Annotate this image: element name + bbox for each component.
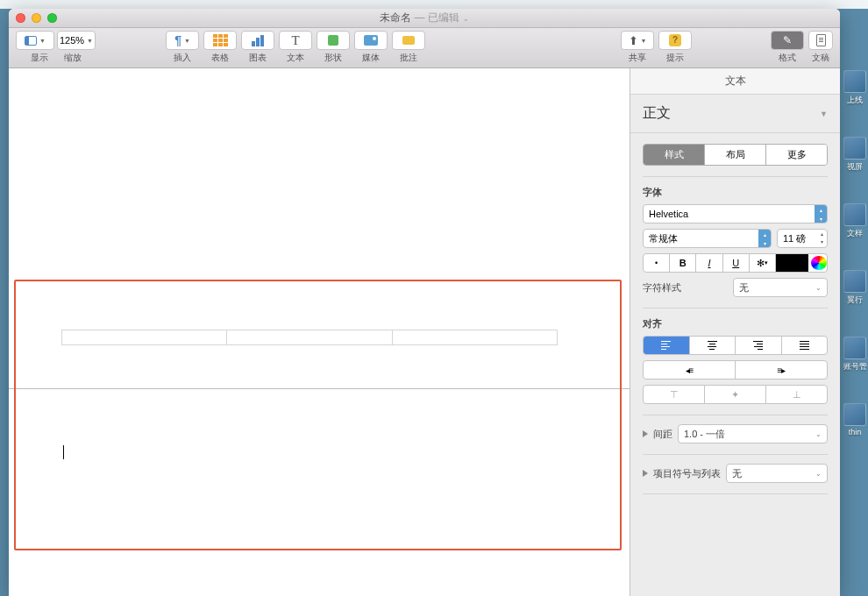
desktop-item[interactable]: thin (842, 403, 868, 436)
chart-button[interactable] (241, 31, 274, 50)
bullets-label: 项目符号与列表 (653, 467, 721, 480)
desktop-item[interactable]: 视屏 (842, 137, 868, 173)
font-weight-select[interactable]: 常规体 ▴▾ (643, 229, 772, 248)
desktop-item[interactable]: 上线 (842, 70, 868, 106)
text-style-buttons: • B I U ✻▾ (643, 253, 828, 273)
bullets-select[interactable]: 无⌄ (726, 464, 828, 483)
spacing-select[interactable]: 1.0 - 一倍⌄ (678, 424, 828, 443)
macos-menubar (0, 0, 868, 9)
disclosure-triangle-icon[interactable] (643, 430, 648, 437)
document-canvas[interactable] (9, 68, 630, 596)
format-sidebar: 文本 正文 ▼ 样式 布局 更多 字体 Helvetica ▴▾ 常规体 (630, 68, 840, 596)
style-segmented-control[interactable]: 样式 布局 更多 (643, 144, 828, 166)
char-style-select[interactable]: 无⌄ (733, 278, 828, 297)
annotation-highlight (14, 280, 622, 550)
view-label: 显示 (31, 52, 48, 64)
paragraph-style-select[interactable]: 正文 ▼ (630, 95, 840, 133)
spacing-label: 间距 (653, 428, 672, 441)
outdent-button[interactable]: ◂≡ (644, 361, 735, 379)
disclosure-triangle-icon[interactable] (643, 470, 648, 477)
desktop-icons: 上线 视屏 文样 翼行 账号管 thin (842, 18, 868, 436)
valign-bot-button[interactable]: ⊥ (765, 386, 827, 403)
text-button[interactable]: T (279, 31, 312, 50)
gear-button[interactable]: ✻▾ (749, 254, 775, 272)
table-button[interactable] (203, 31, 237, 50)
shape-button[interactable] (317, 31, 350, 50)
font-size-input[interactable]: 11 磅 ▴▾ (777, 229, 828, 248)
valign-mid-button[interactable]: ✦ (704, 386, 765, 403)
seg-layout[interactable]: 布局 (704, 145, 765, 165)
align-center-button[interactable] (689, 337, 736, 354)
share-button[interactable]: ⬆▼ (621, 31, 654, 50)
comment-button[interactable] (392, 31, 425, 50)
insert-button[interactable]: ¶▼ (166, 31, 199, 50)
zoom-select[interactable]: 125%▼ (57, 31, 96, 50)
underline-button[interactable]: U (722, 254, 749, 272)
italic-button[interactable]: I (695, 254, 722, 272)
titlebar[interactable]: 未命名 — 已编辑⌄ (9, 9, 840, 28)
indent-button[interactable]: ≡▸ (735, 361, 827, 379)
zoom-label: 缩放 (64, 52, 82, 64)
document-button[interactable] (808, 31, 833, 50)
minimize-button[interactable] (32, 13, 41, 23)
media-button[interactable] (354, 31, 388, 50)
format-button[interactable]: ✎ (771, 31, 804, 50)
close-button[interactable] (16, 13, 25, 23)
toolbar: ▼ 125%▼ 显示 缩放 ¶▼插入 表格 图表 T文本 形状 媒体 批注 ⬆▼… (9, 28, 840, 68)
desktop-item[interactable]: 翼行 (842, 270, 868, 306)
align-left-button[interactable] (644, 337, 689, 354)
sidebar-tab-text[interactable]: 文本 (630, 68, 840, 95)
desktop-item[interactable]: 账号管 (842, 337, 868, 372)
window-title: 未命名 — 已编辑⌄ (380, 11, 469, 25)
align-justify-button[interactable] (781, 337, 828, 354)
desktop-item[interactable]: 文样 (842, 203, 868, 239)
strike-button[interactable]: • (644, 254, 669, 272)
seg-more[interactable]: 更多 (765, 145, 827, 165)
font-family-select[interactable]: Helvetica ▴▾ (643, 204, 828, 224)
color-picker-icon[interactable] (811, 256, 827, 270)
text-color-swatch[interactable] (775, 254, 808, 272)
view-button[interactable]: ▼ (16, 31, 54, 50)
pages-window: 未命名 — 已编辑⌄ ▼ 125%▼ 显示 缩放 ¶▼插入 表格 图表 T文本 … (9, 9, 840, 596)
seg-style[interactable]: 样式 (644, 145, 704, 165)
align-right-button[interactable] (735, 337, 781, 354)
font-heading: 字体 (643, 186, 828, 199)
bold-button[interactable]: B (669, 254, 695, 272)
valign-top-button[interactable]: ⊤ (644, 386, 704, 403)
zoom-button[interactable] (47, 13, 57, 23)
char-style-label: 字符样式 (643, 281, 681, 294)
align-heading: 对齐 (643, 317, 828, 330)
tips-button[interactable]: ? (658, 31, 692, 50)
